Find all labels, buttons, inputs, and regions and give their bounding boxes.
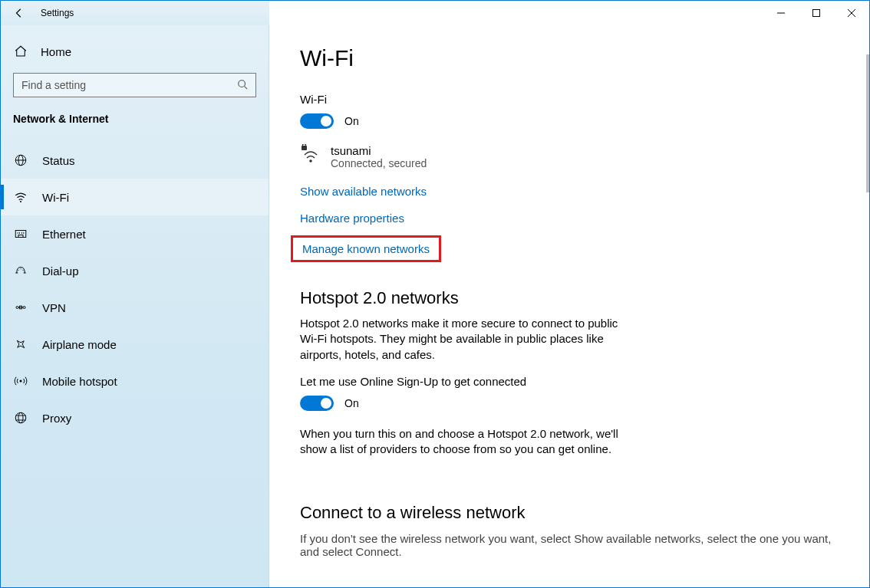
- online-signup-toggle[interactable]: [300, 396, 334, 411]
- svg-point-18: [18, 270, 18, 271]
- sidebar-item-vpn[interactable]: VPN: [1, 289, 269, 326]
- link-show-available-networks[interactable]: Show available networks: [300, 185, 427, 198]
- search-icon: [237, 79, 248, 92]
- sidebar-home-label: Home: [41, 45, 71, 58]
- link-hardware-properties[interactable]: Hardware properties: [300, 212, 404, 225]
- ethernet-icon: [13, 227, 28, 241]
- home-icon: [13, 44, 28, 58]
- sidebar-item-label: Wi-Fi: [42, 191, 69, 204]
- svg-rect-10: [15, 231, 26, 238]
- window-title: Settings: [31, 8, 74, 18]
- sidebar-item-label: VPN: [42, 301, 66, 314]
- page-title: Wi-Fi: [300, 45, 839, 71]
- vpn-icon: [13, 301, 28, 314]
- svg-point-21: [16, 307, 18, 309]
- wifi-toggle-state: On: [344, 115, 359, 127]
- main-panel: Wi-Fi Wi-Fi On tsunami Connected,: [269, 25, 869, 587]
- airplane-icon: [13, 337, 28, 351]
- sidebar-item-label: Dial-up: [42, 264, 79, 278]
- sidebar-item-label: Proxy: [42, 412, 71, 425]
- svg-rect-1: [813, 10, 820, 17]
- wifi-section-label: Wi-Fi: [300, 93, 839, 106]
- highlight-box: Manage known networks: [291, 235, 441, 262]
- maximize-button[interactable]: [799, 1, 834, 25]
- online-signup-state: On: [344, 397, 359, 409]
- hotspot-heading: Hotspot 2.0 networks: [300, 288, 839, 308]
- search-placeholder: Find a setting: [21, 79, 86, 91]
- sidebar-nav: Status Wi-Fi Ethernet: [1, 142, 269, 436]
- wifi-toggle[interactable]: [300, 113, 334, 129]
- hotspot-icon: [13, 374, 28, 388]
- scrollbar[interactable]: [866, 54, 869, 192]
- connect-hint: If you don't see the wireless network yo…: [300, 532, 839, 558]
- svg-point-25: [20, 380, 22, 383]
- sidebar-item-label: Ethernet: [42, 228, 86, 241]
- svg-point-22: [23, 307, 25, 309]
- svg-rect-11: [18, 235, 23, 238]
- sidebar-category: Network & Internet: [1, 108, 269, 133]
- svg-point-4: [239, 80, 246, 87]
- sidebar: Home Find a setting Network & Internet S…: [1, 25, 269, 587]
- sidebar-home[interactable]: Home: [1, 34, 269, 68]
- svg-point-9: [20, 201, 21, 202]
- minimize-button[interactable]: [763, 1, 799, 25]
- sidebar-item-proxy[interactable]: Proxy: [1, 399, 269, 436]
- current-network[interactable]: tsunami Connected, secured: [300, 144, 839, 169]
- hotspot-description: Hotspot 2.0 networks make it more secure…: [300, 316, 638, 363]
- back-button[interactable]: [7, 1, 31, 25]
- sidebar-item-ethernet[interactable]: Ethernet: [1, 215, 269, 252]
- hotspot-explain: When you turn this on and choose a Hotsp…: [300, 426, 638, 458]
- svg-point-29: [18, 412, 23, 423]
- svg-point-19: [20, 268, 21, 269]
- titlebar: Settings: [1, 1, 869, 25]
- wifi-icon: [13, 190, 28, 204]
- sidebar-item-airplane[interactable]: Airplane mode: [1, 326, 269, 363]
- sidebar-item-label: Status: [42, 154, 75, 167]
- link-manage-known-networks[interactable]: Manage known networks: [302, 242, 430, 255]
- search-input[interactable]: Find a setting: [13, 73, 256, 97]
- sidebar-item-hotspot[interactable]: Mobile hotspot: [1, 363, 269, 399]
- svg-point-26: [15, 412, 26, 423]
- dialup-icon: [13, 264, 28, 278]
- globe-icon: [13, 153, 28, 167]
- sidebar-item-status[interactable]: Status: [1, 142, 269, 179]
- svg-point-30: [309, 159, 312, 163]
- close-button[interactable]: [834, 1, 869, 25]
- wifi-secured-icon: [300, 144, 318, 163]
- svg-rect-31: [302, 146, 307, 150]
- current-network-ssid: tsunami: [331, 144, 427, 157]
- sidebar-item-wifi[interactable]: Wi-Fi: [1, 179, 269, 215]
- svg-line-5: [245, 86, 248, 89]
- connect-heading: Connect to a wireless network: [300, 503, 839, 523]
- sidebar-item-label: Airplane mode: [42, 338, 117, 351]
- sidebar-item-dialup[interactable]: Dial-up: [1, 252, 269, 289]
- svg-point-20: [22, 270, 23, 271]
- sidebar-item-label: Mobile hotspot: [42, 375, 117, 388]
- online-signup-label: Let me use Online Sign-Up to get connect…: [300, 375, 839, 388]
- current-network-status: Connected, secured: [331, 157, 427, 169]
- proxy-icon: [13, 411, 28, 425]
